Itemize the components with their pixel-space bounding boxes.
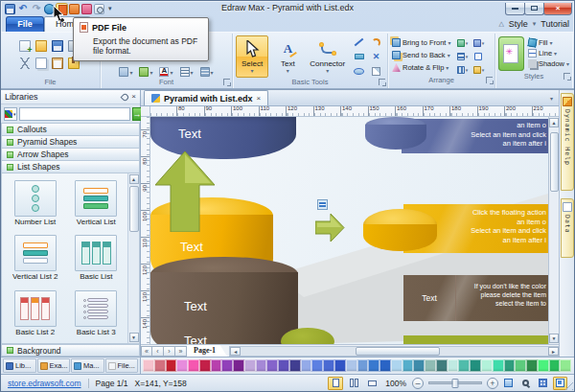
page-layout-view-button[interactable] xyxy=(346,377,361,390)
first-page-button[interactable]: « xyxy=(141,346,152,357)
save-icon[interactable] xyxy=(5,4,15,14)
page-tab[interactable]: Page-1 xyxy=(187,345,227,357)
green-banner-shape[interactable] xyxy=(403,335,548,344)
palette-color-swatch[interactable] xyxy=(188,359,199,372)
palette-color-swatch[interactable] xyxy=(391,359,402,372)
palette-color-swatch[interactable] xyxy=(323,359,334,372)
scroll-up-icon[interactable]: ▲ xyxy=(129,174,139,184)
disc-text-blue[interactable]: Text xyxy=(178,127,201,141)
presentation-view-button[interactable] xyxy=(364,377,380,390)
select-tool-button[interactable]: Select ▾ xyxy=(236,35,268,78)
ellipse-tool-icon[interactable] xyxy=(351,64,367,78)
file-menu-button[interactable]: File xyxy=(6,16,44,32)
line-tool-icon[interactable] xyxy=(351,35,367,49)
grid-toggle-button[interactable] xyxy=(536,377,550,390)
rotate-flip-button[interactable]: Rotate & Flip▾ xyxy=(392,61,450,74)
shape-item[interactable]: Basic List xyxy=(66,235,126,281)
palette-color-swatch[interactable] xyxy=(143,359,154,372)
library-section-header[interactable]: Callouts xyxy=(1,123,140,135)
palette-color-swatch[interactable] xyxy=(560,359,571,372)
data-tab[interactable]: Data xyxy=(561,198,574,258)
palette-color-swatch[interactable] xyxy=(176,359,188,372)
connector-tool-button[interactable]: Connector ▾ xyxy=(307,35,348,78)
palette-color-swatch[interactable] xyxy=(368,359,380,372)
text-tool-button[interactable]: A Text ▾ xyxy=(271,35,304,78)
prev-page-button[interactable]: ‹ xyxy=(152,346,164,357)
scroll-down-icon[interactable]: ▼ xyxy=(129,333,139,342)
tab-list-caret-icon[interactable]: ▾ xyxy=(547,95,556,105)
scroll-right-icon[interactable]: ► xyxy=(548,347,559,356)
background-section-header[interactable]: Background xyxy=(1,344,140,357)
distribute-icon[interactable]: ▾ xyxy=(454,63,470,76)
zoom-slider[interactable] xyxy=(428,381,482,384)
palette-color-swatch[interactable] xyxy=(380,359,391,372)
zoom-in-button[interactable]: + xyxy=(487,378,498,389)
panel-tab[interactable]: File... xyxy=(105,358,139,373)
palette-color-swatch[interactable] xyxy=(470,359,481,372)
disc-text-brown[interactable]: Text xyxy=(184,299,207,313)
palette-color-swatch[interactable] xyxy=(221,359,233,372)
next-page-button[interactable]: › xyxy=(164,346,175,357)
disc-text-brown-2[interactable]: Text xyxy=(184,334,207,344)
send-to-back-button[interactable]: Send to Back▾ xyxy=(392,49,450,61)
panel-tab[interactable]: Ma... xyxy=(71,358,104,373)
palette-color-swatch[interactable] xyxy=(538,359,549,372)
bullets-icon[interactable]: ▾ xyxy=(200,67,214,77)
zoom-region-button[interactable] xyxy=(518,377,533,390)
paste-icon[interactable] xyxy=(52,58,63,69)
align-text-icon[interactable]: ▾ xyxy=(180,67,194,77)
style-button[interactable]: Style xyxy=(509,19,528,29)
palette-color-swatch[interactable] xyxy=(334,359,346,372)
library-search-input[interactable] xyxy=(19,107,130,121)
line-button[interactable]: Line▾ xyxy=(528,48,569,58)
normal-view-button[interactable] xyxy=(328,377,343,390)
palette-color-swatch[interactable] xyxy=(346,359,357,372)
bring-to-front-button[interactable]: Bring to Front▾ xyxy=(392,36,450,49)
palette-color-swatch[interactable] xyxy=(166,359,177,372)
zoom-slider-thumb[interactable] xyxy=(452,379,459,388)
pyramid-brown-disc-body[interactable] xyxy=(150,272,298,344)
scroll-left-icon[interactable]: ◄ xyxy=(230,347,241,356)
pin-icon[interactable] xyxy=(121,92,130,102)
minimize-button[interactable] xyxy=(505,3,525,15)
palette-color-swatch[interactable] xyxy=(448,359,459,372)
floating-action-button[interactable] xyxy=(317,199,328,210)
redo-icon[interactable]: ↷ xyxy=(31,4,42,14)
palette-color-swatch[interactable] xyxy=(199,359,211,372)
green-right-arrow-shape[interactable] xyxy=(315,213,345,242)
palette-color-swatch[interactable] xyxy=(425,359,436,372)
qat-more-icon[interactable]: ▾ xyxy=(106,5,114,12)
palette-color-swatch[interactable] xyxy=(311,359,323,372)
shape-item[interactable]: Vertical List 2 xyxy=(6,235,65,281)
library-color-dropdown[interactable]: ▾ xyxy=(4,107,17,121)
zoom-out-button[interactable]: – xyxy=(412,378,424,389)
collapse-ribbon-icon[interactable]: △ xyxy=(498,20,503,28)
shadow-button[interactable]: Shadow▾ xyxy=(528,58,569,69)
horizontal-scrollbar[interactable]: ◄ ► xyxy=(229,346,559,357)
gallery-scrollbar[interactable]: ▲ ▼ xyxy=(127,173,139,343)
palette-color-swatch[interactable] xyxy=(211,359,222,372)
palette-color-swatch[interactable] xyxy=(301,359,312,372)
scrollbar-thumb[interactable] xyxy=(356,347,440,356)
library-section-header[interactable]: Pyramid Shapes xyxy=(1,135,140,148)
tutorial-button[interactable]: Tutorial xyxy=(540,19,569,29)
font-color-icon[interactable]: A▾ xyxy=(159,67,172,77)
undo-icon[interactable]: ↶ xyxy=(17,4,29,14)
palette-color-swatch[interactable] xyxy=(549,359,561,372)
crop-tool-icon[interactable] xyxy=(368,64,384,78)
scrollbar-thumb[interactable] xyxy=(129,186,139,232)
image-export-icon[interactable] xyxy=(81,4,92,14)
style-caret-icon[interactable]: ▾ xyxy=(533,20,537,28)
vertical-scrollbar[interactable]: ▲ ▼ xyxy=(548,117,559,344)
palette-color-swatch[interactable] xyxy=(436,359,448,372)
align-icon[interactable]: ▾ xyxy=(454,50,470,62)
open-icon[interactable] xyxy=(35,40,47,52)
panel-tab[interactable]: Exa... xyxy=(37,358,71,373)
highlight-icon[interactable]: ▾ xyxy=(139,67,152,77)
palette-color-swatch[interactable] xyxy=(402,359,414,372)
palette-color-swatch[interactable] xyxy=(526,359,538,372)
palette-color-swatch[interactable] xyxy=(357,359,369,372)
palette-color-swatch[interactable] xyxy=(233,359,244,372)
shape-item[interactable]: Number List xyxy=(6,180,65,226)
scroll-down-icon[interactable]: ▼ xyxy=(549,334,559,343)
